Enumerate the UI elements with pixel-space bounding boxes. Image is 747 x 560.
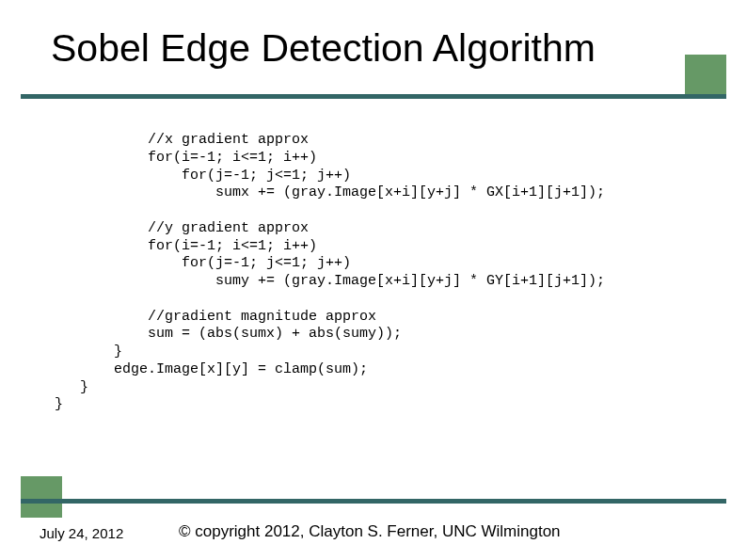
footer-date: July 24, 2012 <box>40 525 123 541</box>
footer-underline <box>21 499 726 504</box>
code-listing: //x gradient approx for(i=-1; i<=1; i++)… <box>55 132 605 414</box>
slide-title: Sobel Edge Detection Algorithm <box>51 26 596 71</box>
footer-copyright: © copyright 2012, Clayton S. Ferner, UNC… <box>179 522 561 541</box>
title-accent-square <box>685 55 726 96</box>
title-underline <box>21 94 726 99</box>
footer-accent-square <box>21 476 62 518</box>
